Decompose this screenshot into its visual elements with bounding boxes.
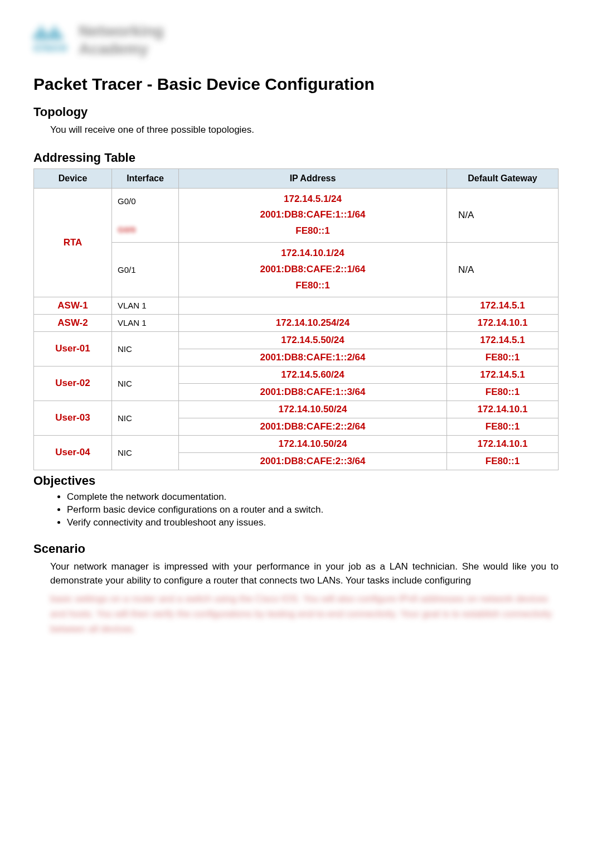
cell-gateway: 172.14.10.1: [447, 314, 559, 331]
table-row: ASW-2 VLAN 1 172.14.10.254/24 172.14.10.…: [34, 314, 559, 331]
cell-ip: 2001:DB8:CAFE:2::2/64: [179, 418, 447, 435]
ip-value: 172.14.10.1/24: [281, 248, 344, 258]
objectives-heading: Objectives: [33, 474, 559, 488]
cell-ip: 2001:DB8:CAFE:2::3/64: [179, 452, 447, 470]
cell-iface: VLAN 1: [112, 314, 179, 331]
scenario-heading: Scenario: [33, 542, 559, 556]
cell-gateway: 172.14.10.1: [447, 401, 559, 418]
col-device: Device: [34, 168, 112, 188]
cell-gateway: FE80::1: [447, 452, 559, 470]
table-row: User-02 NIC 172.14.5.60/24 172.14.5.1: [34, 366, 559, 383]
ip-value: FE80::1: [295, 280, 329, 291]
cell-gateway: 172.14.10.1: [447, 435, 559, 452]
logo-program-text: Networking Academy: [79, 22, 163, 58]
list-item: Complete the network documentation.: [67, 491, 559, 503]
logo-brand-text: cisco: [33, 40, 67, 55]
logo-mark: cisco: [33, 26, 67, 55]
iface-label-blur: G0/0: [118, 225, 136, 234]
list-item: Verify connectivity and troubleshoot any…: [67, 517, 559, 528]
cell-iface: NIC: [112, 401, 179, 435]
cell-gateway: 172.14.5.1: [447, 366, 559, 383]
cell-iface: G0/1: [112, 243, 179, 297]
cell-gateway: FE80::1: [447, 349, 559, 366]
cell-iface: NIC: [112, 331, 179, 366]
cell-ip: 172.14.5.50/24: [179, 331, 447, 349]
objectives-list: Complete the network documentation. Perf…: [67, 491, 559, 528]
cell-gateway: FE80::1: [447, 418, 559, 435]
brand-logo: cisco Networking Academy: [33, 22, 559, 58]
cell-gateway: N/A: [447, 188, 559, 243]
logo-line2: Academy: [79, 40, 163, 58]
cell-gateway: N/A: [447, 243, 559, 297]
ip-value: 172.14.5.1/24: [284, 194, 342, 204]
addressing-heading: Addressing Table: [33, 151, 559, 165]
table-row: User-01 NIC 172.14.5.50/24 172.14.5.1: [34, 331, 559, 349]
table-row: RTA G0/0 G0/0 172.14.5.1/24 2001:DB8:CAF…: [34, 188, 559, 243]
table-row: User-03 NIC 172.14.10.50/24 172.14.10.1: [34, 401, 559, 418]
cell-ip: 172.14.10.50/24: [179, 401, 447, 418]
topology-text: You will receive one of three possible t…: [33, 123, 559, 137]
addressing-table: Device Interface IP Address Default Gate…: [33, 168, 559, 470]
cell-iface: VLAN 1: [112, 297, 179, 314]
cell-iface: NIC: [112, 366, 179, 401]
logo-line1: Networking: [79, 22, 163, 40]
cell-device: ASW-1: [34, 297, 112, 314]
table-row: User-04 NIC 172.14.10.50/24 172.14.10.1: [34, 435, 559, 452]
cell-ip: 172.14.10.50/24: [179, 435, 447, 452]
ip-value: FE80::1: [295, 225, 329, 236]
page-title: Packet Tracer - Basic Device Configurati…: [33, 75, 559, 94]
cell-ip: 172.14.10.1/24 2001:DB8:CAFE:2::1/64 FE8…: [179, 243, 447, 297]
col-interface: Interface: [112, 168, 179, 188]
ip-value: 2001:DB8:CAFE:1::1/64: [260, 209, 366, 220]
cell-ip: 2001:DB8:CAFE:1::2/64: [179, 349, 447, 366]
cell-iface: NIC: [112, 435, 179, 470]
scenario-blur-text: basic settings on a router and a switch …: [33, 591, 559, 637]
cell-device: User-03: [34, 401, 112, 435]
cell-iface: G0/0 G0/0: [112, 188, 179, 243]
table-row: G0/1 172.14.10.1/24 2001:DB8:CAFE:2::1/6…: [34, 243, 559, 297]
col-ip: IP Address: [179, 168, 447, 188]
cell-ip: 172.14.5.1/24 2001:DB8:CAFE:1::1/64 FE80…: [179, 188, 447, 243]
cell-gateway: 172.14.5.1: [447, 331, 559, 349]
cell-ip: 172.14.5.60/24: [179, 366, 447, 383]
ip-value: 2001:DB8:CAFE:2::1/64: [260, 264, 366, 274]
topology-heading: Topology: [33, 105, 559, 119]
cell-ip: 172.14.10.254/24: [179, 314, 447, 331]
cell-device: User-02: [34, 366, 112, 401]
document-page: cisco Networking Academy Packet Tracer -…: [0, 0, 592, 659]
cell-gateway: FE80::1: [447, 383, 559, 401]
cell-device-rta: RTA: [34, 188, 112, 297]
cell-ip: 2001:DB8:CAFE:1::3/64: [179, 383, 447, 401]
list-item: Perform basic device configurations on a…: [67, 504, 559, 515]
cell-device: User-01: [34, 331, 112, 366]
cell-device: User-04: [34, 435, 112, 470]
cell-gateway: 172.14.5.1: [447, 297, 559, 314]
cell-ip: [179, 297, 447, 314]
table-row: ASW-1 VLAN 1 172.14.5.1: [34, 297, 559, 314]
col-gateway: Default Gateway: [447, 168, 559, 188]
table-header-row: Device Interface IP Address Default Gate…: [34, 168, 559, 188]
cell-device: ASW-2: [34, 314, 112, 331]
iface-label: G0/0: [118, 196, 136, 206]
scenario-text: Your network manager is impressed with y…: [33, 560, 559, 588]
